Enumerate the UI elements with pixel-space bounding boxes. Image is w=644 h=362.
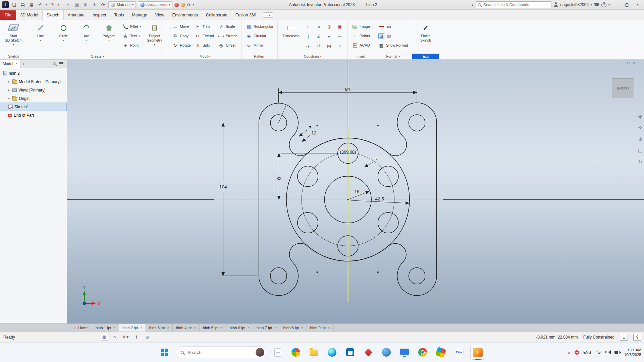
perpendicular-constraint-icon[interactable]: ∠ <box>317 34 321 39</box>
circle-tool-button[interactable]: Circle ▾ <box>53 21 74 43</box>
dim-text-fillet-7[interactable]: 7 <box>309 125 311 130</box>
volume-icon[interactable] <box>605 350 610 354</box>
browser-tab-model[interactable]: Model × <box>0 60 20 68</box>
home-icon[interactable]: ⌂ <box>65 2 71 7</box>
inventor-logo[interactable]: I <box>2 1 9 8</box>
pan-icon[interactable]: ✛ <box>638 125 643 131</box>
sketch-point[interactable] <box>317 125 318 126</box>
insert-points-button[interactable]: ∷ Points <box>351 31 371 41</box>
doc-tab-hinh8[interactable]: hinh 8.ipt× <box>280 324 307 331</box>
tab-fusion-360[interactable]: Fusion 360 <box>231 10 260 20</box>
grid-icon[interactable]: ⊞ <box>82 2 89 7</box>
tab-inspect[interactable]: Inspect <box>89 10 110 20</box>
zoom-icon[interactable]: ⊕ <box>638 136 643 142</box>
taskbar-store-icon[interactable] <box>343 346 357 359</box>
view-cube[interactable]: FRONT <box>612 78 634 98</box>
expand-arrow-icon[interactable]: ▶ <box>8 89 11 92</box>
maximize-button[interactable]: ▢ <box>623 2 631 7</box>
user-caret-icon[interactable]: ▾ <box>591 3 592 6</box>
fx-caret-icon[interactable]: ▾ <box>193 3 194 6</box>
tree-item-view[interactable]: ▶ View: [Primary] <box>0 86 67 94</box>
insert-image-button[interactable]: Image <box>351 22 371 31</box>
dim-text-94[interactable]: 94 <box>345 87 350 92</box>
driven-dimension-icon[interactable]: ⊞ <box>378 33 384 39</box>
scale-tool-button[interactable]: ↗ Scale <box>217 22 239 31</box>
close-icon[interactable]: × <box>15 62 17 65</box>
tree-item-sketch1[interactable]: Sketch1 <box>0 103 67 111</box>
navigation-wheel-icon[interactable]: ◉ <box>638 113 642 119</box>
taskbar-edge-icon[interactable] <box>325 346 339 359</box>
sketch-point[interactable] <box>377 125 379 126</box>
target-icon[interactable]: ⊕ <box>144 334 151 341</box>
open-file-icon[interactable]: ▤ <box>19 2 26 7</box>
insert-acad-button[interactable]: ACAD <box>351 41 371 50</box>
tab-tools[interactable]: Tools <box>110 10 128 20</box>
clock[interactable]: 1:21 AM 10/6/2025 <box>624 348 641 357</box>
doc-tab-hinh5[interactable]: hinh 5.ipt× <box>200 324 226 331</box>
taskbar-photos-icon[interactable] <box>434 346 447 359</box>
split-tool-button[interactable]: ⋔ Split <box>194 41 215 50</box>
point-tool-button[interactable]: + Point <box>121 41 142 50</box>
tab-annotate[interactable]: Annotate <box>64 10 89 20</box>
group-label-create[interactable]: Create ▾ <box>27 54 168 59</box>
polygon-tool-button[interactable]: Polygon ▾ <box>98 21 120 43</box>
close-icon[interactable]: × <box>301 326 303 329</box>
redo-icon[interactable]: ↷ <box>49 2 56 7</box>
taskbar-notepad-icon[interactable] <box>271 346 284 359</box>
doc-restore-icon[interactable]: ▢ <box>627 61 630 65</box>
help-icon[interactable]: ? <box>601 2 606 7</box>
finish-sketch-button[interactable]: ✓ Finish Sketch <box>415 21 436 43</box>
corner-hole[interactable] <box>270 268 287 284</box>
lock-constraint-icon[interactable]: ▣ <box>337 24 341 29</box>
smooth-constraint-icon[interactable]: ↺ <box>317 44 321 49</box>
select-icon[interactable]: ↖ <box>111 334 119 341</box>
close-icon[interactable]: × <box>141 326 142 329</box>
corner-hole[interactable] <box>409 115 425 131</box>
browser-search-icon[interactable] <box>53 62 56 65</box>
group-label-constrain[interactable]: Constrain ▾ <box>278 54 347 59</box>
taskbar-search-input[interactable] <box>187 350 253 355</box>
vertical-constraint-icon[interactable]: ⊣ <box>338 34 341 39</box>
parallel-constraint-icon[interactable]: ∥ <box>307 34 310 39</box>
doc-tab-hinh6[interactable]: hinh 6.ipt× <box>226 324 253 331</box>
tab-environments[interactable]: Environments <box>168 10 202 20</box>
save-icon[interactable]: ▦ <box>28 2 35 7</box>
collinear-constraint-icon[interactable]: ≡ <box>318 24 320 29</box>
doc-tab-hinh9[interactable]: hinh 9.ipt× <box>307 324 334 331</box>
dim-text-32[interactable]: 32 <box>276 176 281 181</box>
snap-settings-icon[interactable]: # ▾ <box>122 334 129 341</box>
redo-caret-icon[interactable]: ▾ <box>58 3 59 6</box>
search-highlight-image[interactable] <box>256 348 264 357</box>
dim-text-fillet-12[interactable]: 12 <box>311 130 316 135</box>
close-icon[interactable]: × <box>274 326 276 329</box>
rotate-tool-button[interactable]: ↻ Rotate <box>171 41 192 50</box>
mirror-button[interactable]: ◃▹ Mirror <box>245 41 275 50</box>
move-tool-button[interactable]: ↔ Move <box>171 22 192 31</box>
group-label-format[interactable]: Format ▾ <box>374 54 412 59</box>
material-dropdown[interactable]: Material ▾ <box>108 1 136 8</box>
construction-line-icon[interactable] <box>378 26 384 27</box>
appearance-red-ball-icon[interactable] <box>174 3 179 7</box>
text-tool-button[interactable]: A Text ▾ <box>121 31 142 41</box>
language-indicator[interactable]: ENG <box>583 350 591 354</box>
dimension-tool-button[interactable]: Dimension <box>280 21 302 38</box>
dim-leader-7[interactable] <box>364 162 373 167</box>
help-search-box[interactable] <box>476 1 551 8</box>
ribbon-options-icon[interactable]: ▭ ▾ <box>263 12 273 18</box>
stretch-tool-button[interactable]: ⟷ Stretch <box>217 31 239 41</box>
browser-menu-icon[interactable] <box>59 63 63 64</box>
taskbar-inventor-icon-active[interactable]: I <box>470 345 485 360</box>
doc-tab-hinh1[interactable]: hinh 1.ipt× <box>92 324 119 331</box>
sketch-viewport[interactable]: 94 104 32 (369.00) 7 16 <box>67 60 644 323</box>
view-icon[interactable]: ▥ <box>73 2 80 7</box>
tree-item-origin[interactable]: ▶ Origin <box>0 94 67 103</box>
user-avatar-icon[interactable] <box>553 2 558 7</box>
dim-leader-fillet-7[interactable] <box>299 130 307 136</box>
copy-tool-button[interactable]: ⧉ Copy <box>171 31 192 41</box>
doc-minimize-icon[interactable]: – <box>622 61 624 65</box>
start-button[interactable] <box>158 346 171 359</box>
appearance-dropdown[interactable]: Appearance ▾ <box>138 1 172 8</box>
sketch-point[interactable] <box>317 272 318 273</box>
taskbar-teams-icon[interactable] <box>398 346 411 359</box>
doc-close-icon[interactable]: × <box>633 61 635 65</box>
